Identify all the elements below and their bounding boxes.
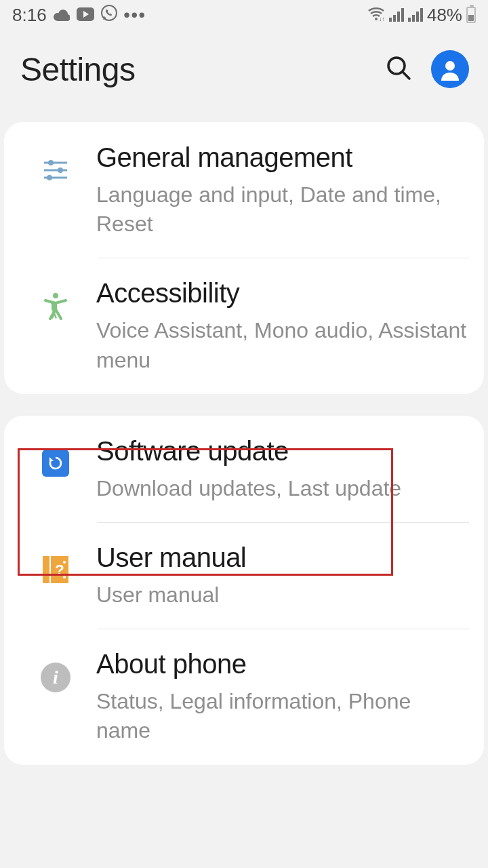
row-general-management[interactable]: General management Language and input, D…: [4, 122, 484, 258]
cloud-icon: [54, 5, 70, 26]
battery-icon: [466, 7, 476, 23]
row-title: User manual: [96, 541, 468, 574]
svg-text:?: ?: [55, 561, 64, 578]
row-title: Accessibility: [96, 277, 468, 309]
row-about-phone[interactable]: i About phone Status, Legal information,…: [4, 629, 484, 764]
accessibility-icon: [41, 292, 70, 323]
svg-point-13: [53, 293, 58, 298]
settings-group-1: General management Language and input, D…: [4, 122, 484, 394]
row-software-update[interactable]: Software update Download updates, Last u…: [4, 416, 484, 522]
row-user-manual[interactable]: ? User manual User manual: [4, 522, 484, 629]
svg-point-6: [445, 61, 455, 71]
status-bar: 8:16 ••• ↓↑ 48%: [0, 0, 488, 30]
row-subtitle: Download updates, Last update: [96, 474, 468, 503]
row-subtitle: Voice Assistant, Mono audio, Assistant m…: [96, 316, 468, 374]
wifi-icon: ↓↑: [367, 5, 385, 26]
book-icon: ?: [43, 556, 68, 583]
signal-2-icon: [408, 8, 423, 22]
battery-percent: 48%: [427, 5, 462, 26]
sliders-icon: [41, 156, 70, 187]
svg-point-17: [63, 576, 66, 578]
svg-point-8: [48, 160, 54, 165]
svg-point-10: [58, 167, 63, 173]
svg-text:↓↑: ↓↑: [379, 16, 385, 21]
status-time: 8:16: [12, 5, 47, 26]
svg-point-12: [47, 175, 52, 180]
row-subtitle: User manual: [96, 580, 468, 610]
whatsapp-icon: [101, 5, 117, 26]
youtube-icon: [77, 5, 94, 26]
row-title: General management: [96, 141, 468, 174]
row-title: About phone: [96, 648, 468, 680]
settings-group-2: Software update Download updates, Last u…: [4, 416, 484, 765]
page-title: Settings: [20, 51, 385, 88]
svg-line-5: [403, 72, 409, 79]
row-subtitle: Status, Legal information, Phone name: [96, 687, 468, 745]
row-accessibility[interactable]: Accessibility Voice Assistant, Mono audi…: [4, 258, 484, 393]
search-icon[interactable]: [385, 54, 412, 84]
profile-avatar[interactable]: [431, 50, 469, 88]
settings-header: Settings: [0, 30, 488, 122]
row-title: Software update: [96, 435, 468, 467]
more-icon: •••: [124, 5, 146, 26]
info-icon: i: [41, 663, 70, 692]
svg-point-2: [375, 18, 378, 20]
svg-point-18: [63, 561, 66, 564]
update-icon: [42, 450, 69, 477]
svg-rect-14: [43, 556, 49, 583]
signal-1-icon: [389, 8, 404, 22]
row-subtitle: Language and input, Date and time, Reset: [96, 180, 468, 239]
